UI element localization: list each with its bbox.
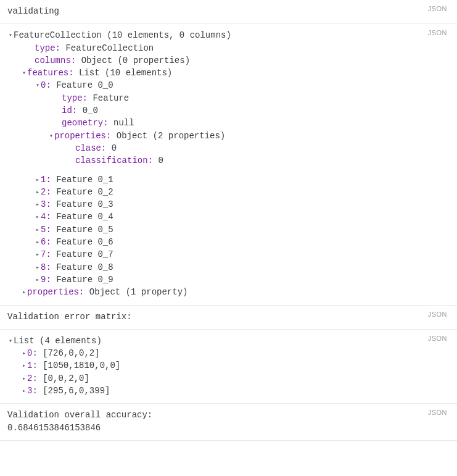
key: 8: bbox=[41, 262, 51, 272]
value: Feature 0_6 bbox=[56, 237, 113, 247]
tree-node[interactable]: ▸properties: Object (1 property) bbox=[7, 286, 450, 298]
key: 1: bbox=[41, 175, 51, 185]
value: Feature 0_9 bbox=[56, 275, 113, 285]
text-line: Validation error matrix: bbox=[7, 311, 450, 323]
key: features: bbox=[27, 68, 74, 78]
expand-toggle-icon[interactable]: ▾ bbox=[35, 81, 41, 91]
key: 5: bbox=[41, 225, 51, 235]
expand-toggle-icon[interactable]: ▸ bbox=[21, 387, 27, 396]
tree-node[interactable]: ▸3: [295,6,0,399] bbox=[7, 385, 450, 397]
key: 9: bbox=[41, 275, 51, 285]
tree-node[interactable]: ▸2: Feature 0_2 bbox=[7, 186, 450, 198]
key: 4: bbox=[41, 212, 51, 222]
tree-node[interactable]: ▾properties: Object (2 properties) bbox=[7, 130, 450, 142]
tree-node[interactable]: ▸1: [1050,1810,0,0] bbox=[7, 359, 450, 372]
tree-node[interactable]: ▾FeatureCollection (10 elements, 0 colum… bbox=[7, 29, 450, 41]
tree-node[interactable]: ▸9: Feature 0_9 bbox=[7, 273, 450, 286]
expand-toggle-icon[interactable]: ▾ bbox=[48, 132, 54, 141]
expand-toggle-icon[interactable]: ▸ bbox=[35, 213, 41, 222]
key: 3: bbox=[41, 199, 51, 209]
key: 6: bbox=[41, 237, 51, 247]
tree-node[interactable]: ▾features: List (10 elements) bbox=[7, 67, 450, 79]
expand-toggle-icon[interactable]: ▸ bbox=[21, 288, 27, 298]
expand-toggle-icon[interactable]: ▸ bbox=[35, 188, 41, 198]
expand-toggle-icon[interactable]: ▸ bbox=[21, 375, 27, 384]
key: clase: bbox=[75, 143, 106, 153]
expand-toggle-icon[interactable]: ▸ bbox=[21, 349, 27, 359]
value: Feature 0_0 bbox=[56, 80, 113, 90]
key: type: bbox=[62, 93, 88, 103]
value: Object (2 properties) bbox=[117, 131, 225, 141]
tree-node[interactable]: ▾List (4 elements) bbox=[7, 335, 450, 347]
value: Feature 0_4 bbox=[56, 212, 113, 222]
tree-node[interactable]: ▸8: Feature 0_8 bbox=[7, 261, 450, 273]
key: classification: bbox=[75, 156, 153, 165]
value: List (10 elements) bbox=[79, 68, 172, 78]
output-block: JSON validating bbox=[0, 0, 457, 24]
value: null bbox=[113, 118, 134, 128]
key: 0: bbox=[27, 348, 38, 358]
key: 0: bbox=[41, 80, 51, 90]
text-line: validating bbox=[7, 5, 450, 17]
expand-toggle-icon[interactable]: ▸ bbox=[35, 201, 41, 210]
tree-node[interactable]: ▸7: Feature 0_7 bbox=[7, 248, 450, 261]
node-label: FeatureCollection (10 elements, 0 column… bbox=[14, 30, 231, 40]
tree-leaf: classification: 0 bbox=[7, 154, 450, 167]
value: 0 bbox=[112, 143, 117, 153]
value: Object (0 properties) bbox=[81, 56, 190, 65]
output-block: JSON Validation error matrix: bbox=[0, 306, 457, 330]
value: Object (1 property) bbox=[89, 287, 188, 297]
expand-toggle-icon[interactable]: ▾ bbox=[7, 31, 14, 41]
expand-toggle-icon[interactable]: ▸ bbox=[35, 251, 41, 260]
tree-node[interactable]: ▸6: Feature 0_6 bbox=[7, 236, 450, 248]
value: 0 bbox=[158, 156, 163, 165]
tree-node[interactable]: ▸3: Feature 0_3 bbox=[7, 198, 450, 211]
expand-toggle-icon[interactable]: ▸ bbox=[35, 276, 41, 285]
expand-toggle-icon[interactable]: ▾ bbox=[7, 337, 14, 346]
node-label: List (4 elements) bbox=[14, 336, 102, 346]
json-badge[interactable]: JSON bbox=[428, 409, 447, 416]
value: Feature 0_8 bbox=[56, 262, 113, 272]
key: 1: bbox=[27, 361, 38, 370]
tree-node[interactable]: ▸4: Feature 0_4 bbox=[7, 211, 450, 223]
value: Feature 0_7 bbox=[56, 249, 113, 259]
json-badge[interactable]: JSON bbox=[428, 311, 447, 318]
expand-toggle-icon[interactable]: ▸ bbox=[35, 226, 41, 235]
output-block: JSON ▾List (4 elements) ▸0: [726,0,0,2] … bbox=[0, 330, 457, 404]
key: id: bbox=[62, 106, 77, 115]
output-block: JSON Validation overall accuracy: 0.6846… bbox=[0, 404, 457, 441]
value: Feature 0_2 bbox=[56, 187, 113, 197]
tree-leaf: id: 0_0 bbox=[7, 104, 450, 117]
value: FeatureCollection bbox=[65, 43, 154, 53]
expand-toggle-icon[interactable]: ▸ bbox=[35, 238, 41, 248]
value: 0_0 bbox=[83, 106, 98, 115]
json-badge[interactable]: JSON bbox=[428, 5, 447, 12]
json-badge[interactable]: JSON bbox=[428, 29, 447, 36]
expand-toggle-icon[interactable]: ▸ bbox=[21, 362, 27, 371]
key: type: bbox=[35, 43, 60, 53]
text: Validation error matrix: bbox=[7, 312, 132, 322]
expand-toggle-icon[interactable]: ▸ bbox=[35, 264, 41, 273]
value: Feature 0_1 bbox=[56, 175, 113, 185]
value: Feature bbox=[93, 93, 129, 103]
tree-node[interactable]: ▸2: [0,0,2,0] bbox=[7, 372, 450, 385]
tree-node[interactable]: ▸5: Feature 0_5 bbox=[7, 223, 450, 236]
value: Feature 0_5 bbox=[56, 225, 113, 235]
expand-toggle-icon[interactable]: ▾ bbox=[21, 69, 27, 78]
key: 2: bbox=[27, 374, 38, 383]
json-badge[interactable]: JSON bbox=[428, 335, 447, 342]
tree-node[interactable]: ▾0: Feature 0_0 bbox=[7, 79, 450, 91]
tree-leaf: type: Feature bbox=[7, 92, 450, 104]
value: Feature 0_3 bbox=[56, 199, 113, 209]
key: geometry: bbox=[62, 118, 109, 128]
text-line: Validation overall accuracy: bbox=[7, 409, 450, 421]
tree-node[interactable]: ▸0: [726,0,0,2] bbox=[7, 347, 450, 359]
value: [1050,1810,0,0] bbox=[43, 361, 120, 370]
expand-toggle-icon[interactable]: ▸ bbox=[35, 176, 41, 185]
tree-node[interactable]: ▸1: Feature 0_1 bbox=[7, 173, 450, 186]
output-block: JSON ▾FeatureCollection (10 elements, 0 … bbox=[0, 24, 457, 305]
key: columns: bbox=[35, 56, 76, 65]
text: Validation overall accuracy: bbox=[7, 410, 152, 420]
tree-leaf: geometry: null bbox=[7, 117, 450, 129]
value: [295,6,0,399] bbox=[43, 386, 110, 396]
